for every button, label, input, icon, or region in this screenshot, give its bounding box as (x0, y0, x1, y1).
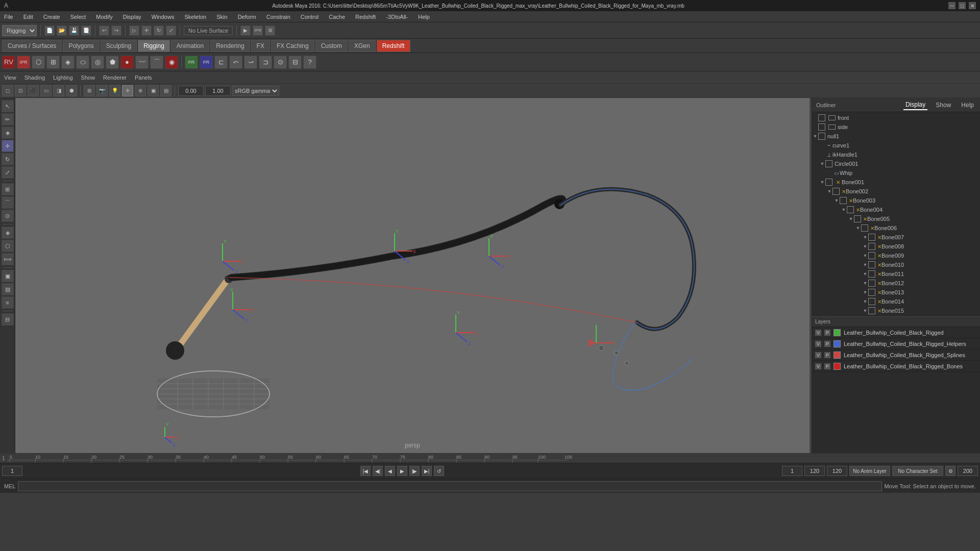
tab-curves-surfaces[interactable]: Curves / Surfaces (2, 40, 62, 52)
step-back-btn[interactable]: ◀| (373, 466, 383, 476)
play-back-btn[interactable]: ◀ (385, 466, 395, 476)
hud-btn[interactable]: ▤ (160, 85, 172, 96)
tab-rendering[interactable]: Rendering (210, 40, 250, 52)
play-fwd-btn[interactable]: ▶ (397, 466, 407, 476)
tree-item-Bone015[interactable]: ▼ ✕ Bone015 (812, 306, 980, 315)
view-menu-view[interactable]: View (2, 73, 18, 82)
wireframe-btn[interactable]: ⊡ (15, 85, 26, 96)
snap-point-btn[interactable]: ⊙ (2, 210, 14, 222)
snap-curve-btn[interactable]: ⌒ (2, 196, 14, 209)
menu-file[interactable]: File (2, 13, 15, 21)
shelf-icon-2[interactable]: IPR (17, 56, 30, 69)
ipr-icon[interactable]: IPR (253, 26, 263, 36)
layer-row-3[interactable]: V P Leather_Bullwhip_Coiled_Black_Rigged… (812, 349, 980, 361)
step-fwd-btn[interactable]: |▶ (409, 466, 420, 476)
axis-btn[interactable]: ✛ (122, 85, 133, 96)
tree-item-null1[interactable]: ▼ null1 (812, 132, 980, 141)
tab-polygons[interactable]: Polygons (63, 40, 99, 52)
view-menu-show[interactable]: Show (79, 73, 97, 82)
save-icon[interactable]: 💾 (69, 26, 79, 36)
char-set-btn[interactable]: No Character Set (892, 466, 943, 476)
tab-custom[interactable]: Custom (315, 40, 348, 52)
tree-item-Bone007[interactable]: ▼ ✕ Bone007 (812, 233, 980, 242)
shelf-icon-loop[interactable]: ⊏ (214, 56, 228, 69)
render-settings-icon[interactable]: ⚙ (265, 26, 275, 36)
redo-icon[interactable]: ↪ (111, 26, 121, 36)
soft-sel-btn[interactable]: ⬡ (2, 240, 14, 252)
timeline-ruler[interactable]: 1 5 10 15 20 25 30 35 40 45 50 55 60 65 … (0, 453, 980, 463)
tree-item-Circle001[interactable]: ▼ Circle001 (812, 159, 980, 168)
layer-v-2[interactable]: V (815, 341, 821, 347)
anim-layer-btn[interactable]: No Anim Layer (849, 466, 890, 476)
smooth-btn[interactable]: ⬛ (28, 85, 39, 96)
close-button[interactable]: ✕ (969, 2, 976, 9)
tab-animation[interactable]: Animation (171, 40, 209, 52)
channel-box-btn[interactable]: ≡ (2, 296, 14, 309)
layer-p-1[interactable]: P (824, 330, 830, 336)
tab-xgen[interactable]: XGen (349, 40, 376, 52)
select-mode-btn[interactable]: ◻ (2, 85, 13, 96)
shelf-icon-6[interactable]: ⬭ (76, 56, 89, 69)
shelf-icon-3[interactable]: ⬡ (32, 56, 45, 69)
display-layer-btn[interactable]: ▤ (2, 283, 14, 295)
tab-fx[interactable]: FX (251, 40, 270, 52)
view-menu-lighting[interactable]: Lighting (51, 73, 75, 82)
menu-windows[interactable]: Windows (150, 13, 177, 21)
rotate-tool-btn[interactable]: ↻ (2, 153, 14, 165)
layer-p-3[interactable]: P (824, 352, 830, 358)
tree-item-Bone006[interactable]: ▼ ✕ Bone006 (812, 223, 980, 233)
shelf-icon-11[interactable]: ⌒ (150, 56, 163, 69)
gamma-select[interactable]: sRGB gamma (232, 86, 279, 96)
shelf-icon-5[interactable]: ◈ (61, 56, 75, 69)
workspace-dropdown[interactable]: Rigging (2, 25, 37, 36)
menu-control[interactable]: Control (299, 13, 321, 21)
layer-row-1[interactable]: V P Leather_Bullwhip_Coiled_Black_Rigged (812, 327, 980, 338)
mel-input[interactable] (18, 481, 883, 491)
layer-row-2[interactable]: V P Leather_Bullwhip_Coiled_Black_Rigged… (812, 338, 980, 349)
menu-edit[interactable]: Edit (21, 13, 35, 21)
viewport[interactable]: X Y Z X Y Z X Y Z (15, 98, 810, 453)
shelf-icon-8[interactable]: ⬟ (106, 56, 119, 69)
near-clip-input[interactable] (178, 86, 204, 96)
rotate-icon[interactable]: ↻ (154, 26, 164, 36)
grid-btn[interactable]: ⊞ (84, 85, 95, 96)
tree-item-side[interactable]: side (812, 122, 980, 132)
scale-icon[interactable]: ⤢ (166, 26, 176, 36)
tree-item-Bone009[interactable]: ▼ ✕ Bone009 (812, 251, 980, 260)
go-start-btn[interactable]: |◀ (360, 466, 371, 476)
shelf-icon-1[interactable]: RV (2, 56, 15, 69)
save-inc-icon[interactable]: 📑 (81, 26, 91, 36)
tree-item-ikHandle1[interactable]: ⊥ ikHandle1 (812, 150, 980, 159)
tree-item-front[interactable]: front (812, 113, 980, 122)
pivot-btn[interactable]: ⊕ (135, 85, 146, 96)
select-tool-btn[interactable]: ↖ (2, 100, 14, 112)
sculpt-tool-btn[interactable]: ◈ (2, 127, 14, 139)
tree-item-Bone012[interactable]: ▼ ✕ Bone012 (812, 279, 980, 288)
tree-item-Whip[interactable]: ▭ Whip (812, 168, 980, 178)
view-menu-panels[interactable]: Panels (133, 73, 154, 82)
tree-item-Bone003[interactable]: ▼ ✕ Bone003 (812, 196, 980, 205)
menu-deform[interactable]: Deform (236, 13, 258, 21)
no-live-surface-button[interactable]: No Live Surface (184, 26, 233, 35)
far-clip-input[interactable] (205, 86, 231, 96)
new-file-icon[interactable]: 📄 (44, 26, 55, 36)
tab-fx-caching[interactable]: FX Caching (271, 40, 314, 52)
menu-skin[interactable]: Skin (214, 13, 229, 21)
current-frame-input[interactable] (2, 466, 22, 476)
open-file-icon[interactable]: 📂 (57, 26, 67, 36)
shelf-icon-qs[interactable]: ? (303, 56, 316, 69)
flat-btn[interactable]: ▭ (40, 85, 52, 96)
shelf-icon-7[interactable]: ◎ (91, 56, 104, 69)
shelf-icon-box[interactable]: ⊟ (288, 56, 302, 69)
shelf-icon-arrow1[interactable]: ⤺ (229, 56, 242, 69)
paint-tool-btn[interactable]: ✏ (2, 113, 14, 126)
render-icon[interactable]: ▶ (240, 26, 251, 36)
menu-help[interactable]: Help (416, 13, 432, 21)
range-end-input[interactable] (804, 466, 825, 476)
menu-constrain[interactable]: Constrain (264, 13, 292, 21)
shelf-icon-arrow3[interactable]: ⊐ (259, 56, 272, 69)
snap-grid-btn[interactable]: ⊞ (2, 183, 14, 195)
render-region-btn[interactable]: ▣ (2, 270, 14, 282)
tree-item-Bone004[interactable]: ▼ ✕ Bone004 (812, 205, 980, 214)
menu-cache[interactable]: Cache (327, 13, 347, 21)
